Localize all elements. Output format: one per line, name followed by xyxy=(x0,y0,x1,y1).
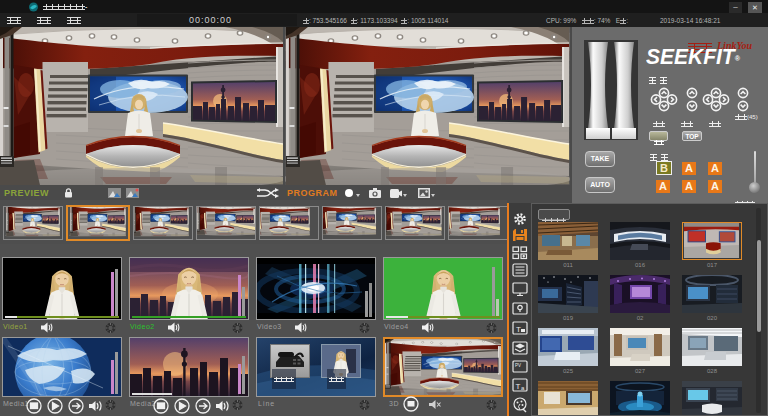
svg-text:a: a xyxy=(521,385,525,391)
svg-text:PV: PV xyxy=(515,363,521,368)
svg-text:T: T xyxy=(516,382,521,391)
svg-text:T: T xyxy=(516,325,521,334)
